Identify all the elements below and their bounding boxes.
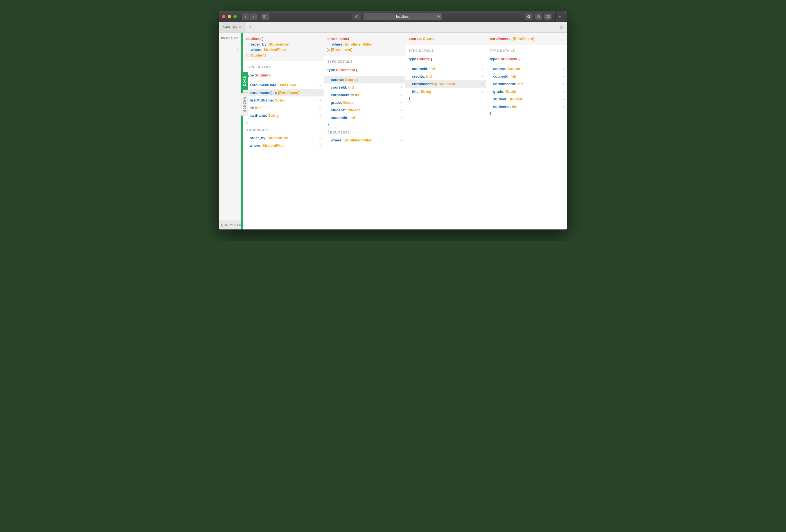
field-signature: students( order_by: StudentSort where: S… — [243, 32, 324, 61]
app-tabbar: New Tab × + ⚙ — [219, 22, 567, 32]
field-row[interactable]: courseId: Int!▸ — [324, 84, 405, 91]
arg-type: EnrollmentFilter — [345, 42, 373, 46]
content-area: PRETTIFY 1 QUERY VARIABLES DOCS SCHEMA s… — [219, 32, 567, 229]
chevron-right-icon: ▸ — [320, 106, 321, 109]
chevron-right-icon: ▸ — [401, 116, 402, 119]
field-label: enrollments: [Enrollment] — [412, 82, 482, 86]
close-brace: } — [324, 121, 405, 127]
type-signature: type Course { — [406, 54, 486, 65]
field-label: firstMidName: String — [250, 98, 320, 102]
svg-rect-3 — [357, 16, 357, 18]
chevron-right-icon: ▸ — [563, 90, 564, 93]
close-window-button[interactable] — [222, 15, 226, 18]
fields-list: enrollmentDate: DateTime!▸enrollments(..… — [243, 81, 324, 119]
field-label: studentId: Int! — [331, 116, 401, 120]
titlebar: ‹ › localhost ⟳ + — [219, 11, 567, 22]
chevron-right-icon: ▸ — [401, 86, 402, 89]
downloads-button[interactable] — [525, 14, 532, 20]
fields-list: courseId: Int!▸credits: Int!▸enrollments… — [406, 65, 486, 95]
minimize-window-button[interactable] — [228, 15, 231, 18]
return-type: [Enrollment] — [513, 37, 534, 41]
settings-button[interactable]: ⚙ — [556, 22, 567, 32]
share-button[interactable] — [535, 14, 542, 20]
close-tab-icon[interactable]: × — [239, 25, 241, 29]
tabs-button[interactable] — [544, 14, 552, 20]
field-row[interactable]: firstMidName: String▸ — [243, 96, 324, 104]
field-row[interactable]: title: String▸ — [406, 88, 486, 95]
url-bar[interactable]: localhost ⟳ — [364, 13, 442, 20]
field-row[interactable]: studentId: Int!▸ — [486, 103, 567, 111]
field-row[interactable]: courseId: Int!▸ — [406, 65, 486, 72]
field-row[interactable]: course: Course▸ — [486, 65, 567, 72]
field-row[interactable]: id: Int!▸ — [243, 104, 324, 112]
field-row[interactable]: lastName: String▸ — [243, 112, 324, 119]
chevron-right-icon: ▸ — [563, 83, 564, 86]
docs-column-1: students( order_by: StudentSort where: S… — [243, 32, 324, 229]
field-row[interactable]: order_by: StudentSort▸ — [243, 134, 324, 142]
docs-column-4: enrollments: [Enrollment] TYPE DETAILS t… — [486, 32, 567, 229]
field-label: enrollmentId: Int! — [493, 82, 563, 86]
query-variables-button[interactable]: QUERY VARIABLES — [219, 221, 241, 229]
fields-list: course: Course▸courseId: Int!▸enrollment… — [486, 65, 567, 111]
titlebar-right — [525, 14, 552, 20]
add-app-tab-button[interactable]: + — [246, 22, 256, 32]
docs-columns: students( order_by: StudentSort where: S… — [243, 32, 567, 229]
sig-name: enrollments — [490, 37, 510, 41]
gear-icon: ⚙ — [559, 24, 564, 30]
field-row[interactable]: courseId: Int!▸ — [486, 72, 567, 80]
sig-open: ( — [261, 37, 262, 41]
chevron-right-icon: ▸ — [320, 84, 321, 87]
arg-name: where — [251, 48, 261, 52]
nav-buttons: ‹ › — [242, 14, 257, 20]
field-row[interactable]: where: EnrollmentFilter▸ — [324, 136, 405, 144]
chevron-right-icon: ▸ — [401, 93, 402, 96]
app-tab[interactable]: New Tab × — [219, 22, 246, 32]
type-signature: type Enrollment { — [486, 54, 567, 65]
prettify-button[interactable]: PRETTIFY — [220, 35, 240, 42]
arg-name: where — [332, 42, 343, 46]
field-label: id: Int! — [250, 106, 320, 110]
field-label: courseId: Int! — [493, 74, 563, 78]
schema-tab[interactable]: SCHEMA — [241, 93, 248, 116]
field-label: grade: Grade — [331, 100, 401, 105]
chevron-right-icon: ▸ — [563, 67, 564, 70]
chevron-right-icon: ▸ — [482, 83, 483, 86]
arguments-label: ARGUMENTS — [324, 127, 405, 136]
reader-button[interactable] — [352, 13, 361, 20]
arguments-label: ARGUMENTS — [243, 124, 324, 134]
show-sidebar-button[interactable] — [261, 14, 269, 20]
field-row[interactable]: grade: Grade▸ — [486, 88, 567, 95]
field-label: course: Course — [493, 67, 563, 71]
field-row[interactable]: enrollmentId: Int!▸ — [324, 91, 405, 99]
chevron-right-icon: ▸ — [563, 97, 564, 101]
field-label: enrollmentDate: DateTime! — [250, 83, 320, 87]
field-row[interactable]: enrollmentDate: DateTime!▸ — [243, 81, 324, 89]
forward-button[interactable]: › — [250, 14, 257, 20]
docs-tab[interactable]: DOCS — [241, 72, 248, 90]
field-label: courseId: Int! — [412, 67, 482, 71]
editor-rail: PRETTIFY 1 QUERY VARIABLES — [219, 32, 241, 229]
new-browser-tab-button[interactable]: + — [555, 11, 564, 22]
chevron-right-icon: ▸ — [320, 91, 321, 94]
field-row[interactable]: student: Student▸ — [486, 95, 567, 103]
chevron-right-icon: ▸ — [563, 75, 564, 78]
maximize-window-button[interactable] — [233, 15, 237, 18]
field-row[interactable]: enrollments(...): [Enrollment]▸ — [243, 89, 324, 96]
refresh-icon[interactable]: ⟳ — [437, 15, 440, 19]
type-details-label: TYPE DETAILS — [324, 56, 405, 66]
back-button[interactable]: ‹ — [242, 14, 250, 20]
svg-rect-7 — [547, 15, 550, 18]
type-details-label: TYPE DETAILS — [406, 45, 486, 54]
return-type: [Student] — [250, 53, 265, 57]
field-row[interactable]: where: StudentFilter▸ — [243, 142, 324, 149]
field-row[interactable]: grade: Grade▸ — [324, 99, 405, 106]
field-row[interactable]: course: Course▸ — [324, 76, 405, 84]
field-row[interactable]: studentId: Int!▸ — [324, 114, 405, 121]
field-row[interactable]: enrollments: [Enrollment]▸ — [406, 80, 486, 88]
chevron-right-icon: ▸ — [482, 75, 483, 78]
field-label: title: String — [412, 89, 482, 94]
field-row[interactable]: enrollmentId: Int!▸ — [486, 80, 567, 88]
field-row[interactable]: credits: Int!▸ — [406, 72, 486, 80]
field-row[interactable]: student: Student▸ — [324, 106, 405, 114]
chevron-right-icon: ▸ — [401, 109, 402, 112]
